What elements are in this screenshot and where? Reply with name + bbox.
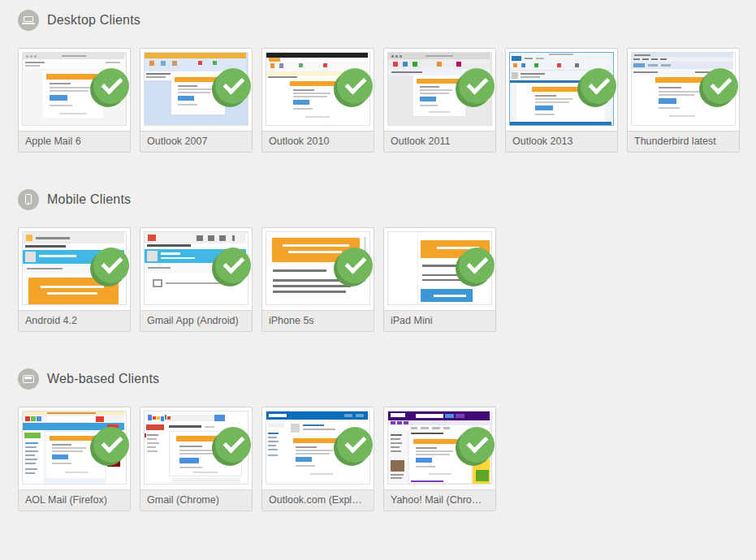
- client-label: Yahoo! Mail (Chrome): [384, 489, 495, 510]
- client-label: Outlook 2013: [506, 131, 617, 152]
- client-label: Outlook 2010: [262, 131, 374, 152]
- client-card[interactable]: Outlook 2007: [140, 48, 253, 153]
- section-title: Mobile Clients: [47, 192, 131, 207]
- client-grid: Android 4.2 Gmail App (Android) iPhone 5…: [18, 227, 756, 332]
- client-card[interactable]: Outlook 2011: [383, 48, 496, 153]
- section-title: Desktop Clients: [47, 13, 140, 28]
- client-card[interactable]: Apple Mail 6: [18, 48, 131, 153]
- client-label: Thunderbird latest: [628, 131, 739, 152]
- section-title: Web-based Clients: [47, 372, 159, 386]
- section-header: Web-based Clients: [18, 368, 756, 390]
- check-badge-icon: [337, 248, 373, 283]
- email-preview-results-page: Desktop Clients Apple Mail 6 Outlook 200…: [0, 0, 756, 511]
- check-badge-icon: [337, 427, 373, 463]
- section-web-clients: Web-based Clients AOL Mail (Firefox) Gma…: [18, 368, 756, 511]
- client-label: Gmail (Chrome): [140, 489, 252, 510]
- client-label: iPad Mini: [384, 310, 495, 331]
- client-label: Outlook.com (Explorer): [262, 489, 374, 510]
- check-badge-icon: [459, 68, 495, 104]
- client-grid: Apple Mail 6 Outlook 2007 Outlook 2010: [18, 48, 756, 153]
- webmail-icon: [18, 368, 39, 390]
- check-badge-icon: [93, 68, 129, 104]
- desktop-icon: [18, 10, 39, 31]
- client-card[interactable]: Thunderbird latest: [627, 48, 740, 153]
- section-mobile-clients: Mobile Clients Android 4.2 Gmail App (An…: [18, 189, 756, 332]
- check-badge-icon: [215, 68, 251, 104]
- section-desktop-clients: Desktop Clients Apple Mail 6 Outlook 200…: [18, 10, 756, 153]
- client-label: Outlook 2011: [384, 131, 495, 152]
- client-card[interactable]: iPad Mini: [383, 227, 496, 332]
- client-label: Outlook 2007: [140, 131, 252, 152]
- client-label: AOL Mail (Firefox): [19, 489, 130, 510]
- client-grid: AOL Mail (Firefox) Gmail (Chrome) Outloo…: [18, 407, 756, 511]
- check-badge-icon: [581, 68, 616, 104]
- client-label: Gmail App (Android): [140, 310, 252, 331]
- check-badge-icon: [702, 68, 738, 104]
- client-card[interactable]: Android 4.2: [18, 227, 131, 332]
- client-card[interactable]: Outlook 2010: [261, 48, 374, 153]
- check-badge-icon: [459, 427, 495, 463]
- check-badge-icon: [459, 248, 495, 283]
- client-card[interactable]: iPhone 5s: [261, 227, 374, 332]
- check-badge-icon: [215, 248, 251, 283]
- client-card[interactable]: Outlook 2013: [505, 48, 618, 153]
- client-label: iPhone 5s: [262, 310, 374, 331]
- check-badge-icon: [93, 427, 129, 463]
- client-card[interactable]: Outlook.com (Explorer): [261, 407, 374, 511]
- section-header: Desktop Clients: [18, 10, 756, 31]
- check-badge-icon: [337, 68, 373, 104]
- client-card[interactable]: Yahoo! Mail (Chrome): [383, 407, 496, 511]
- mobile-icon: [18, 189, 39, 210]
- client-card[interactable]: AOL Mail (Firefox): [18, 407, 131, 511]
- client-label: Android 4.2: [19, 310, 130, 331]
- section-header: Mobile Clients: [18, 189, 756, 210]
- client-card[interactable]: Gmail (Chrome): [140, 407, 253, 511]
- check-badge-icon: [93, 248, 129, 283]
- check-badge-icon: [215, 427, 251, 463]
- client-card[interactable]: Gmail App (Android): [140, 227, 253, 332]
- client-label: Apple Mail 6: [19, 131, 130, 152]
